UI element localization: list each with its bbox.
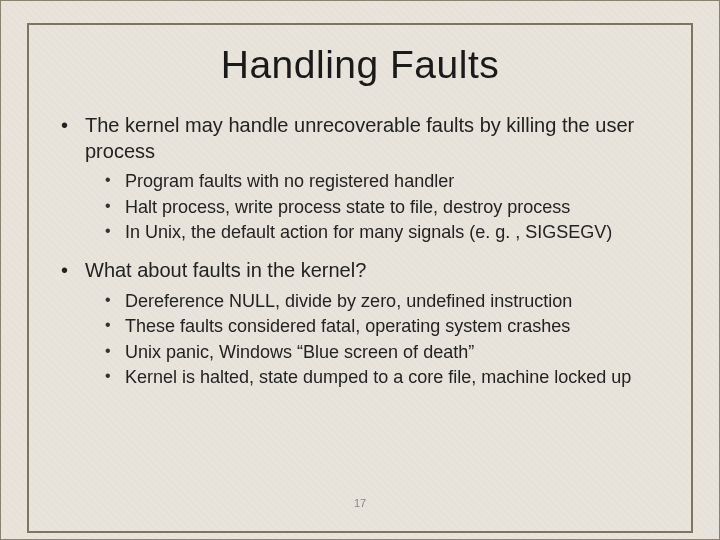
bullet-text: What about faults in the kernel? [85, 259, 366, 281]
sub-bullet-text: Program faults with no registered handle… [125, 171, 454, 191]
sub-bullet-list: Dereference NULL, divide by zero, undefi… [85, 290, 663, 390]
sub-bullet-text: In Unix, the default action for many sig… [125, 222, 612, 242]
bullet-item: The kernel may handle unrecoverable faul… [57, 113, 663, 244]
sub-bullet-text: Halt process, write process state to fil… [125, 197, 570, 217]
page-number: 17 [1, 497, 719, 509]
sub-bullet-item: Halt process, write process state to fil… [95, 196, 663, 219]
sub-bullet-text: Kernel is halted, state dumped to a core… [125, 367, 631, 387]
sub-bullet-list: Program faults with no registered handle… [85, 170, 663, 244]
slide-title: Handling Faults [57, 43, 663, 87]
slide-frame: Handling Faults The kernel may handle un… [27, 23, 693, 533]
bullet-item: What about faults in the kernel? Derefer… [57, 258, 663, 389]
sub-bullet-item: Kernel is halted, state dumped to a core… [95, 366, 663, 389]
sub-bullet-item: Dereference NULL, divide by zero, undefi… [95, 290, 663, 313]
sub-bullet-item: In Unix, the default action for many sig… [95, 221, 663, 244]
sub-bullet-item: These faults considered fatal, operating… [95, 315, 663, 338]
bullet-list: The kernel may handle unrecoverable faul… [57, 113, 663, 390]
sub-bullet-text: These faults considered fatal, operating… [125, 316, 570, 336]
bullet-text: The kernel may handle unrecoverable faul… [85, 114, 634, 162]
slide: Handling Faults The kernel may handle un… [0, 0, 720, 540]
sub-bullet-item: Unix panic, Windows “Blue screen of deat… [95, 341, 663, 364]
sub-bullet-text: Unix panic, Windows “Blue screen of deat… [125, 342, 474, 362]
sub-bullet-text: Dereference NULL, divide by zero, undefi… [125, 291, 572, 311]
sub-bullet-item: Program faults with no registered handle… [95, 170, 663, 193]
